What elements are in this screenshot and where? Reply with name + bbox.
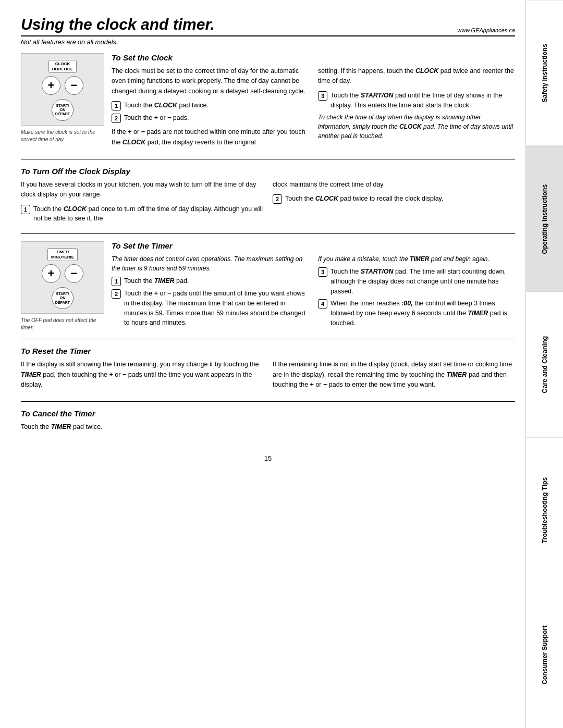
page-title-bar: Using the clock and timer. www.GEApplian… <box>21 16 515 36</box>
subtitle: Not all features are on all models. <box>21 39 515 46</box>
timer-start-button: START/ ON DÉPART <box>52 287 74 309</box>
step-1-text: Touch the CLOCK pad twice. <box>124 101 309 110</box>
turn-off-columns: If you have several clocks in your kitch… <box>21 180 515 226</box>
turn-off-clock-section: To Turn Off the Clock Display If you hav… <box>21 167 515 234</box>
start-button: START/ ON DÉPART <box>52 99 74 121</box>
clock-diagram: CLOCK HORLOGE + − START/ ON DÉPART <box>21 53 104 126</box>
timer-step-1-text: Touch the TIMER pad. <box>124 276 309 286</box>
step-1-num: 1 <box>112 101 121 110</box>
page-number: 15 <box>21 454 515 462</box>
clock-step-3: 3 Touch the START/ON pad until the time … <box>318 91 515 110</box>
turn-off-left: If you have several clocks in your kitch… <box>21 180 263 226</box>
timer-step-3: 3 Touch the START/ON pad. The time will … <box>318 267 515 296</box>
timer-diagram-area: TIMER MINUTERIE + − START/ ON DÉPART <box>21 241 104 331</box>
timer-plus-minus: + − <box>42 264 83 283</box>
timer-text-columns: The timer does not control oven operatio… <box>112 254 515 331</box>
timer-step-1-num: 1 <box>112 277 121 286</box>
clock-step-1: 1 Touch the CLOCK pad twice. <box>112 101 309 110</box>
turn-off-step-2: 2 Touch the CLOCK pad twice to recall th… <box>273 194 515 204</box>
step-3-num: 3 <box>318 91 327 101</box>
reset-timer-left-para: If the display is still showing the time… <box>21 360 263 390</box>
timer-step-2: 2 Touch the + or − pads until the amount… <box>112 289 309 328</box>
clock-label: CLOCK HORLOGE <box>48 60 77 73</box>
plus-button: + <box>42 76 60 95</box>
sidebar-troubleshooting[interactable]: Troubleshooting Tips <box>526 437 563 583</box>
sidebar-safety[interactable]: Safety Instructions <box>526 0 563 146</box>
timer-step-3-num: 3 <box>318 267 327 277</box>
reset-timer-right: If the remaining time is not in the disp… <box>273 360 515 394</box>
clock-left-col: The clock must be set to the correct tim… <box>112 66 309 152</box>
timer-right-italic: If you make a mistake, touch the TIMER p… <box>318 254 515 264</box>
timer-caption: The OFF pad does not affect the timer. <box>21 317 104 331</box>
timer-layout: TIMER MINUTERIE + − START/ ON DÉPART <box>21 241 515 331</box>
clock-italic-note: To check the time of day when the displa… <box>318 113 515 141</box>
timer-step-1: 1 Touch the TIMER pad. <box>112 276 309 286</box>
timer-right-col: If you make a mistake, touch the TIMER p… <box>318 254 515 331</box>
right-sidebar: Safety Instructions Operating Instructio… <box>525 0 563 728</box>
timer-step-4-text: When the timer reaches :00, the control … <box>331 299 515 328</box>
turn-off-step-1-num: 1 <box>21 205 30 214</box>
timer-plus-button: + <box>42 264 60 283</box>
step-2-num: 2 <box>112 114 121 123</box>
step-3-text: Touch the START/ON pad until the time of… <box>331 91 515 110</box>
website-url: www.GEAppliances.ca <box>457 27 515 33</box>
set-timer-section: TIMER MINUTERIE + − START/ ON DÉPART <box>21 241 515 339</box>
reset-timer-section: To Reset the Timer If the display is sti… <box>21 347 515 402</box>
cancel-timer-heading: To Cancel the Timer <box>21 409 515 418</box>
clock-mid-para: If the + or − pads are not touched withi… <box>112 127 309 147</box>
turn-off-step-2-num: 2 <box>273 194 282 204</box>
page-title: Using the clock and timer. <box>21 16 215 33</box>
minus-button: − <box>65 76 83 95</box>
timer-step-4-num: 4 <box>318 299 327 309</box>
timer-step-3-text: Touch the START/ON pad. The time will st… <box>331 267 515 296</box>
set-clock-section: CLOCK HORLOGE + − START/ ON DÉPART <box>21 53 515 159</box>
clock-right-col: setting. If this happens, touch the CLOC… <box>318 66 515 152</box>
clock-caption: Make sure the clock is set to the correc… <box>21 129 104 143</box>
sidebar-consumer[interactable]: Consumer Support <box>526 583 563 728</box>
step-2-text: Touch the + or − pads. <box>124 113 309 123</box>
turn-off-right-top: clock maintains the correct time of day. <box>273 180 515 190</box>
reset-timer-left: If the display is still showing the time… <box>21 360 263 394</box>
timer-step-4: 4 When the timer reaches :00, the contro… <box>318 299 515 328</box>
turn-off-step-1-text: Touch the CLOCK pad once to turn off the… <box>33 204 263 224</box>
turn-off-right: clock maintains the correct time of day.… <box>273 180 515 226</box>
timer-label: TIMER MINUTERIE <box>47 248 78 261</box>
timer-diagram: TIMER MINUTERIE + − START/ ON DÉPART <box>21 241 104 314</box>
timer-step-2-num: 2 <box>112 289 121 299</box>
set-timer-heading: To Set the Timer <box>112 241 515 250</box>
turn-off-body: If you have several clocks in your kitch… <box>21 180 263 200</box>
clock-body-para: The clock must be set to the correct tim… <box>112 66 309 96</box>
clock-instructions: To Set the Clock The clock must be set t… <box>112 53 515 152</box>
cancel-timer-text: Touch the TIMER pad twice. <box>21 422 515 432</box>
clock-text-columns: The clock must be set to the correct tim… <box>112 66 515 152</box>
turn-off-step-1: 1 Touch the CLOCK pad once to turn off t… <box>21 204 263 224</box>
sidebar-care[interactable]: Care and Cleaning <box>526 291 563 437</box>
reset-timer-heading: To Reset the Timer <box>21 347 515 355</box>
timer-step-2-text: Touch the + or − pads until the amount o… <box>124 289 309 328</box>
timer-instructions: To Set the Timer The timer does not cont… <box>112 241 515 331</box>
sidebar-operating[interactable]: Operating Instructions <box>526 146 563 292</box>
turn-off-step-2-text: Touch the CLOCK pad twice to recall the … <box>285 194 515 204</box>
turn-off-heading: To Turn Off the Clock Display <box>21 167 515 176</box>
timer-minus-button: − <box>65 264 83 283</box>
timer-left-col: The timer does not control oven operatio… <box>112 254 309 331</box>
clock-step-2: 2 Touch the + or − pads. <box>112 113 309 123</box>
clock-right-top: setting. If this happens, touch the CLOC… <box>318 66 515 87</box>
set-clock-heading: To Set the Clock <box>112 53 515 62</box>
reset-timer-right-para: If the remaining time is not in the disp… <box>273 360 515 390</box>
timer-italic-note1: The timer does not control oven operatio… <box>112 254 309 273</box>
clock-diagram-area: CLOCK HORLOGE + − START/ ON DÉPART <box>21 53 104 152</box>
cancel-timer-section: To Cancel the Timer Touch the TIMER pad … <box>21 409 515 443</box>
clock-plus-minus: + − <box>42 76 83 95</box>
reset-timer-columns: If the display is still showing the time… <box>21 360 515 394</box>
